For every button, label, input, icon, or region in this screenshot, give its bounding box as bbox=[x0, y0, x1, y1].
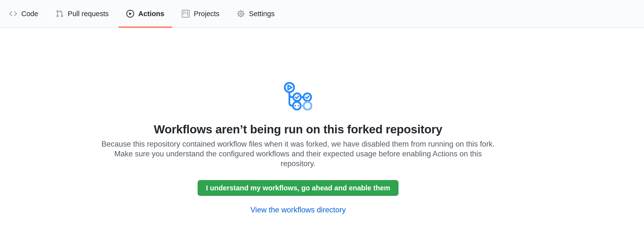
tab-code[interactable]: Code bbox=[2, 0, 46, 28]
code-icon bbox=[9, 10, 17, 18]
workflow-graph-icon bbox=[284, 82, 312, 110]
actions-blankslate: Workflows aren’t being run on this forke… bbox=[0, 28, 596, 215]
tab-label: Actions bbox=[138, 10, 164, 17]
gear-icon bbox=[237, 10, 245, 18]
tab-settings[interactable]: Settings bbox=[229, 0, 282, 28]
project-icon bbox=[182, 10, 190, 18]
enable-workflows-button[interactable]: I understand my workflows, go ahead and … bbox=[198, 180, 398, 196]
tab-projects[interactable]: Projects bbox=[174, 0, 227, 28]
tab-label: Settings bbox=[249, 10, 274, 17]
tab-actions[interactable]: Actions bbox=[118, 0, 172, 28]
tab-label: Code bbox=[21, 10, 38, 17]
tab-label: Pull requests bbox=[68, 10, 109, 17]
tab-label: Projects bbox=[194, 10, 220, 17]
tab-pull-requests[interactable]: Pull requests bbox=[48, 0, 116, 28]
blankslate-description: Because this repository contained workfl… bbox=[96, 139, 500, 169]
view-workflows-directory-link[interactable]: View the workflows directory bbox=[250, 205, 346, 215]
play-icon bbox=[126, 10, 134, 18]
page-title: Workflows aren’t being run on this forke… bbox=[0, 122, 596, 137]
git-pull-request-icon bbox=[56, 10, 64, 18]
repo-tab-bar: Code Pull requests Actions Projects bbox=[0, 0, 644, 28]
